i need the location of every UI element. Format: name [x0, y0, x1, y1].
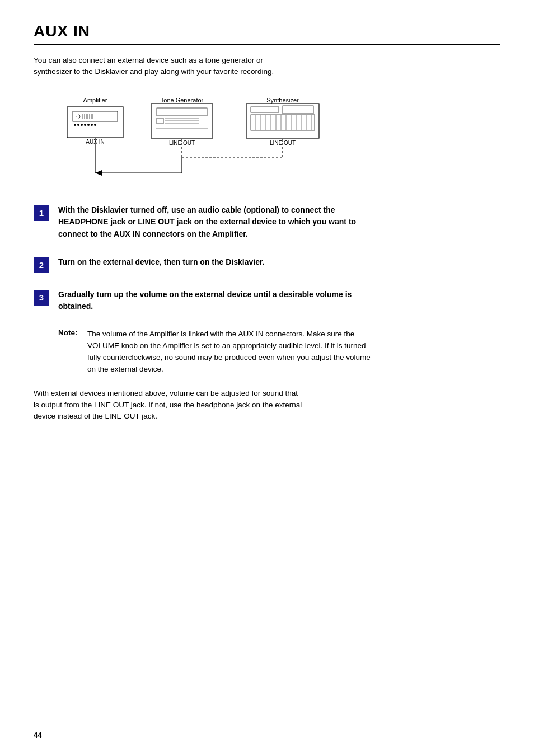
svg-point-11	[77, 124, 79, 126]
svg-text:Amplifier: Amplifier	[83, 97, 107, 104]
svg-point-14	[87, 124, 90, 126]
svg-rect-20	[157, 108, 207, 116]
svg-point-16	[94, 124, 96, 126]
step-3-number: 3	[34, 290, 49, 306]
svg-point-10	[74, 124, 76, 126]
closing-text: With external devices mentioned above, v…	[34, 388, 302, 423]
svg-point-13	[84, 124, 86, 126]
svg-rect-1	[73, 111, 118, 121]
step-1-number: 1	[34, 205, 49, 221]
step-2-text: Turn on the external device, then turn o…	[58, 256, 265, 269]
diagram: Amplifier AUX IN Tone Generator LINE OUT	[34, 90, 369, 191]
note-text: The volume of the Amplifier is linked wi…	[87, 328, 372, 375]
step-1-text: With the Disklavier turned off, use an a…	[58, 204, 360, 241]
svg-marker-51	[95, 170, 102, 176]
step-2: 2 Turn on the external device, then turn…	[34, 256, 500, 273]
svg-point-2	[77, 115, 80, 118]
note-block: Note: The volume of the Amplifier is lin…	[58, 328, 372, 375]
connection-diagram: Amplifier AUX IN Tone Generator LINE OUT	[34, 90, 369, 191]
title-rule	[34, 44, 500, 45]
svg-rect-30	[283, 106, 313, 114]
steps-container: 1 With the Disklavier turned off, use an…	[34, 204, 500, 423]
step-3-text: Gradually turn up the volume on the exte…	[58, 289, 360, 313]
step-3: 3 Gradually turn up the volume on the ex…	[34, 289, 500, 313]
step-1: 1 With the Disklavier turned off, use an…	[34, 204, 500, 241]
svg-text:Tone Generator: Tone Generator	[161, 97, 204, 104]
intro-text: You can also connect an external device …	[34, 55, 302, 78]
svg-rect-29	[251, 107, 279, 112]
page-number: 44	[34, 731, 41, 739]
svg-point-12	[81, 124, 83, 126]
svg-point-15	[91, 124, 93, 126]
step-2-number: 2	[34, 257, 49, 273]
note-label: Note:	[58, 328, 83, 375]
svg-text:Synthesizer: Synthesizer	[266, 97, 299, 104]
svg-rect-21	[157, 118, 163, 124]
svg-rect-31	[251, 115, 315, 130]
page-title: AUX IN	[34, 22, 500, 40]
